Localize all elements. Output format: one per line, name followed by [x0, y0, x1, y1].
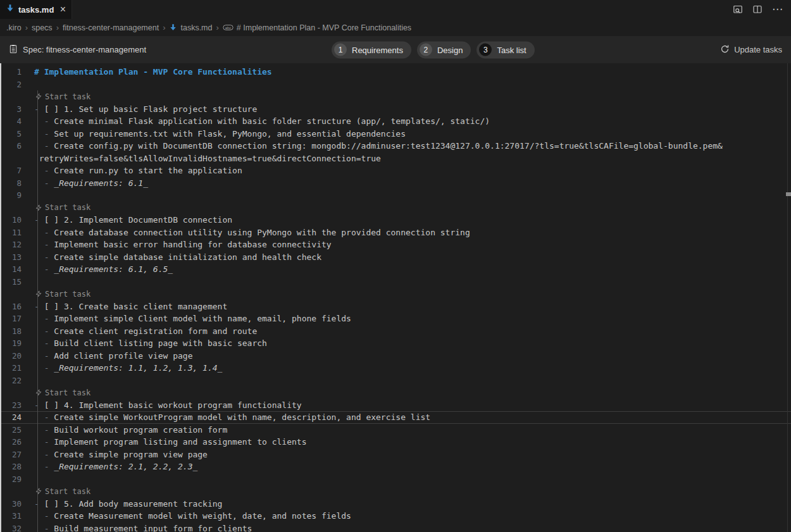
editor-line[interactable]: 11 - Create database connection utility …	[0, 226, 791, 239]
left-sash[interactable]	[0, 63, 1, 532]
editor-line[interactable]: 19 - Build client listing page with basi…	[0, 337, 791, 350]
line-number: 18	[0, 326, 34, 336]
editor-line[interactable]: 30- [ ] 5. Add body measurement tracking	[0, 498, 791, 510]
code-lens-row[interactable]: Start task	[0, 90, 791, 103]
editor-line[interactable]: 6 - Create config.py with DocumentDB con…	[0, 140, 791, 152]
update-tasks-button[interactable]: Update tasks	[720, 44, 782, 56]
line-text: - Build workout program creation form	[34, 425, 227, 435]
line-number: 20	[0, 351, 34, 361]
line-number: 16	[0, 302, 34, 311]
editor-line[interactable]: 28 - _Requirements: 2.1, 2.2, 2.3_	[0, 461, 791, 473]
code-lens-row[interactable]: Start task	[0, 288, 791, 300]
editor-line[interactable]: 15	[0, 276, 791, 288]
editor-line[interactable]: 21 - _Requirements: 1.1, 1.2, 1.3, 1.4_	[0, 362, 791, 374]
editor-line[interactable]: 29	[0, 473, 791, 486]
line-text: - [ ] 2. Implement DocumentDB connection	[34, 215, 232, 225]
editor-line[interactable]: 5 - Set up requirements.txt with Flask, …	[0, 128, 791, 140]
editor-line[interactable]: 22	[0, 374, 791, 387]
breadcrumb-item-folder[interactable]: fitness-center-management	[63, 23, 159, 32]
open-preview-icon[interactable]	[733, 4, 743, 15]
line-number: 23	[0, 400, 34, 410]
line-text: - Create simple WorkoutProgram model wit…	[34, 412, 430, 422]
start-task-lens[interactable]: Start task	[34, 487, 90, 496]
code-lens-row[interactable]: Start task	[0, 202, 791, 214]
clipboard-icon	[9, 44, 18, 56]
editor-line[interactable]: 23- [ ] 4. Implement basic workout progr…	[0, 399, 791, 412]
breadcrumb-item-file[interactable]: tasks.md	[180, 23, 212, 32]
editor-lines: 1# Implementation Plan - MVP Core Functi…	[0, 66, 791, 532]
scrollbar-marker[interactable]	[786, 192, 791, 196]
line-number: 13	[0, 252, 34, 262]
line-number: 2	[0, 80, 34, 89]
editor-line[interactable]: retryWrites=false&tlsAllowInvalidHostnam…	[0, 152, 791, 165]
step-label: Design	[437, 45, 463, 54]
editor-line[interactable]: 25 - Build workout program creation form	[0, 424, 791, 436]
editor-line[interactable]: 9	[0, 189, 791, 202]
step-button-design[interactable]: 2 Design	[417, 41, 471, 58]
breadcrumb-item-symbol[interactable]: # Implementation Plan - MVP Core Functio…	[237, 23, 411, 32]
line-number: 31	[0, 511, 34, 521]
editor[interactable]: 1# Implementation Plan - MVP Core Functi…	[0, 63, 791, 532]
markdown-file-icon	[6, 4, 15, 15]
line-text: - Create config.py with DocumentDB conne…	[34, 141, 723, 151]
line-text: # Implementation Plan - MVP Core Functio…	[34, 67, 272, 77]
tab-label: tasks.md	[18, 5, 54, 15]
line-number: 5	[0, 129, 34, 139]
string-symbol-icon: abc	[223, 23, 234, 32]
markdown-file-icon	[169, 23, 177, 32]
breadcrumb-item-specs[interactable]: specs	[32, 23, 53, 32]
editor-line[interactable]: 17 - Implement simple Client model with …	[0, 312, 791, 325]
editor-line[interactable]: 24 - Create simple WorkoutProgram model …	[0, 411, 791, 424]
step-button-task-list[interactable]: 3 Task list	[476, 41, 534, 58]
update-tasks-label: Update tasks	[734, 45, 782, 54]
editor-line[interactable]: 13 - Create simple database initializati…	[0, 251, 791, 264]
line-number: 10	[0, 215, 34, 225]
editor-line[interactable]: 14 - _Requirements: 6.1, 6.5_	[0, 263, 791, 276]
line-number: 9	[0, 190, 34, 200]
editor-line[interactable]: 27 - Create simple program view page	[0, 448, 791, 461]
step-button-requirements[interactable]: 1 Requirements	[332, 41, 411, 58]
line-number: 21	[0, 363, 34, 373]
editor-line[interactable]: 3- [ ] 1. Set up basic Flask project str…	[0, 103, 791, 116]
line-text: - Add client profile view page	[34, 351, 192, 361]
editor-window: tasks.md × ⋯ .kiro › specs ›	[0, 0, 791, 532]
editor-line[interactable]: 26 - Implement program listing and assig…	[0, 436, 791, 448]
svg-text:abc: abc	[225, 26, 232, 30]
line-text: - Create simple program view page	[34, 450, 208, 459]
close-icon[interactable]: ×	[60, 4, 66, 15]
editor-line[interactable]: 7 - Create run.py to start the applicati…	[0, 164, 791, 177]
editor-line[interactable]: 12 - Implement basic error handling for …	[0, 238, 791, 251]
editor-line[interactable]: 16- [ ] 3. Create basic client managemen…	[0, 300, 791, 313]
code-lens-row[interactable]: Start task	[0, 387, 791, 399]
breadcrumb-separator: ›	[56, 23, 59, 32]
start-task-lens[interactable]: Start task	[34, 203, 90, 212]
editor-line[interactable]: 1# Implementation Plan - MVP Core Functi…	[0, 66, 791, 78]
line-text	[34, 190, 39, 200]
split-editor-icon[interactable]	[752, 4, 763, 15]
line-number: 26	[0, 437, 34, 447]
editor-line[interactable]: 2	[0, 78, 791, 91]
line-text: - Implement basic error handling for dat…	[34, 240, 332, 249]
line-text: - _Requirements: 6.1, 6.5_	[34, 264, 173, 274]
editor-line[interactable]: 18 - Create client registration form and…	[0, 325, 791, 338]
breadcrumb-separator: ›	[215, 23, 219, 32]
editor-line[interactable]: 32 - Build measurement input form for cl…	[0, 523, 791, 532]
line-number: 11	[0, 228, 34, 237]
tab-tasks-md[interactable]: tasks.md ×	[0, 0, 72, 19]
line-number: 30	[0, 499, 34, 509]
editor-line[interactable]: 4 - Create minimal Flask application wit…	[0, 115, 791, 128]
start-task-lens[interactable]: Start task	[34, 388, 90, 397]
editor-line[interactable]: 10- [ ] 2. Implement DocumentDB connecti…	[0, 214, 791, 226]
line-text: - [ ] 5. Add body measurement tracking	[34, 499, 222, 509]
start-task-lens[interactable]: Start task	[34, 290, 90, 299]
editor-line[interactable]: 8 - _Requirements: 6.1_	[0, 177, 791, 190]
step-number-badge: 3	[479, 44, 492, 56]
start-task-lens[interactable]: Start task	[34, 92, 90, 101]
line-number: 14	[0, 264, 34, 274]
line-text: - Create Measurement model with weight, …	[34, 511, 351, 521]
code-lens-row[interactable]: Start task	[0, 485, 791, 498]
spec-label: Spec: fitness-center-management	[9, 44, 146, 56]
editor-line[interactable]: 31 - Create Measurement model with weigh…	[0, 510, 791, 523]
editor-line[interactable]: 20 - Add client profile view page	[0, 350, 791, 362]
breadcrumb-item-kiro[interactable]: .kiro	[6, 23, 22, 32]
